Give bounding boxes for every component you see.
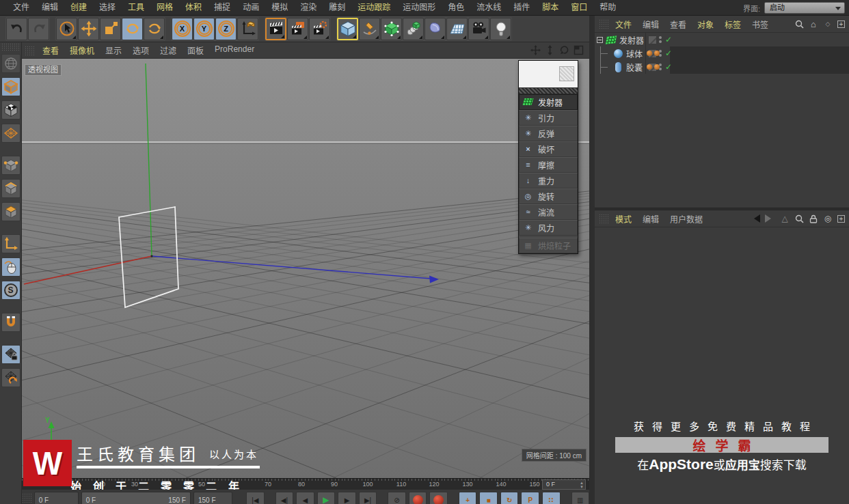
primitive-cube-button[interactable] xyxy=(337,18,358,40)
viewport-menu-item[interactable]: 显示 xyxy=(100,44,127,56)
camera-button[interactable] xyxy=(468,18,489,40)
object-name[interactable]: 发射器 xyxy=(619,34,644,46)
interface-dropdown[interactable]: 启动 xyxy=(764,2,845,14)
lock-icon[interactable] xyxy=(809,214,818,223)
popup-menu-item[interactable]: 烘焙粒子 xyxy=(519,238,578,253)
menu-item[interactable]: 选择 xyxy=(93,0,122,16)
undo-button[interactable] xyxy=(6,18,27,40)
collapse-box-icon[interactable] xyxy=(597,37,603,43)
frame-range-slider[interactable]: 0 F150 F xyxy=(81,492,191,504)
menu-item[interactable]: 创建 xyxy=(64,0,93,16)
view-label-chip[interactable]: 透视视图 xyxy=(25,64,62,76)
tag-icons[interactable] xyxy=(647,51,660,56)
range-end-field[interactable]: 150 F xyxy=(193,492,232,504)
popup-menu-item[interactable]: 湍流 xyxy=(519,204,578,220)
menu-item[interactable]: 插件 xyxy=(507,0,536,16)
object-name[interactable]: 胶囊 xyxy=(626,61,643,73)
points-mode-button[interactable] xyxy=(1,156,21,175)
workplane-mode-button[interactable] xyxy=(1,368,21,387)
key-scale-toggle[interactable]: ■ xyxy=(479,492,498,504)
polygons-mode-button[interactable] xyxy=(1,202,21,221)
search-icon[interactable] xyxy=(794,214,804,223)
rail-drag-handle[interactable] xyxy=(1,43,20,52)
viewport-menu-item[interactable]: 面板 xyxy=(182,44,209,56)
enable-snap-button[interactable]: S xyxy=(1,281,21,300)
menu-item[interactable]: 捕捉 xyxy=(208,0,237,16)
deformer-button[interactable] xyxy=(424,18,446,40)
search-icon[interactable] xyxy=(794,19,804,29)
object-manager-menu-item[interactable]: 查看 xyxy=(664,18,692,30)
layer-toggle[interactable] xyxy=(648,36,657,44)
menu-item[interactable]: 编辑 xyxy=(36,0,64,16)
enable-axis-button[interactable] xyxy=(1,234,21,253)
model-mode-button[interactable] xyxy=(1,77,21,96)
popup-menu-item[interactable]: 引力 xyxy=(519,110,578,126)
texture-mode-button[interactable] xyxy=(1,100,21,120)
popup-menu-item[interactable]: 反弹 xyxy=(519,126,578,141)
edges-mode-button[interactable] xyxy=(1,179,21,198)
viewport-maximize-icon[interactable] xyxy=(573,45,584,56)
viewport-zoom-icon[interactable] xyxy=(544,45,555,56)
autokey-button[interactable] xyxy=(429,492,448,504)
menu-item[interactable]: 动画 xyxy=(237,0,265,16)
magnet-snap-button[interactable] xyxy=(1,313,21,332)
viewport-rotate-icon[interactable] xyxy=(558,45,569,56)
viewport-drag-handle[interactable] xyxy=(25,46,34,55)
history-back-icon[interactable] xyxy=(750,214,760,223)
record-keyframe-button[interactable] xyxy=(409,492,427,504)
render-queue-button[interactable] xyxy=(309,18,330,40)
history-forward-icon[interactable] xyxy=(765,214,775,223)
menu-item[interactable]: 体积 xyxy=(179,0,208,16)
attribute-manager-menu-item[interactable]: 用户数据 xyxy=(664,213,708,225)
coordinate-system-button[interactable] xyxy=(237,18,258,40)
menu-item[interactable]: 文件 xyxy=(7,0,36,16)
key-rotation-toggle[interactable]: ↻ xyxy=(500,492,519,504)
play-button[interactable]: ▶ xyxy=(317,492,336,504)
prev-frame-button[interactable]: ◀ xyxy=(296,492,314,504)
array-generator-button[interactable] xyxy=(403,18,424,40)
viewport-3d-scene[interactable]: 透视视图 Y 网格间距 : 100 cm xyxy=(22,59,589,478)
range-start-field[interactable]: 0 F xyxy=(34,492,79,504)
menu-item[interactable]: 角色 xyxy=(442,0,470,16)
home-icon[interactable] xyxy=(809,19,818,29)
y-axis-lock-button[interactable]: Y xyxy=(193,18,215,40)
object-manager-menu-item[interactable]: 书签 xyxy=(746,18,774,30)
popup-drag-bar[interactable] xyxy=(519,88,578,94)
viewport-menu-item[interactable]: 查看 xyxy=(37,44,64,56)
object-manager-menu-item[interactable]: 对象 xyxy=(692,18,719,30)
menu-item[interactable]: 运动跟踪 xyxy=(351,0,396,16)
enabled-check-icon[interactable]: ✓ xyxy=(664,62,673,72)
x-axis-lock-button[interactable]: X xyxy=(172,18,193,40)
object-manager-menu-item[interactable]: 标签 xyxy=(719,18,746,30)
live-selection-button[interactable] xyxy=(56,18,77,40)
z-axis-lock-button[interactable]: Z xyxy=(215,18,237,40)
lock-workplane-button[interactable] xyxy=(1,345,21,364)
enabled-check-icon[interactable]: ✓ xyxy=(664,48,673,58)
attribute-manager-menu-item[interactable]: 编辑 xyxy=(637,213,664,225)
next-frame-button[interactable]: ▶ xyxy=(338,492,356,504)
enabled-check-icon[interactable]: ✓ xyxy=(664,35,673,44)
keyframe-record-off-button[interactable]: ⊘ xyxy=(388,492,406,504)
spline-pen-button[interactable] xyxy=(359,18,380,40)
current-frame-field[interactable]: 0 F▲▼ xyxy=(542,479,586,490)
goto-end-button[interactable]: ▶| xyxy=(359,492,377,504)
add-panel-icon[interactable] xyxy=(837,215,845,223)
render-view-button[interactable] xyxy=(265,18,286,40)
target-icon[interactable] xyxy=(823,214,833,223)
hierarchy-icon[interactable] xyxy=(780,214,790,223)
object-manager-drag-handle[interactable] xyxy=(599,19,608,29)
attribute-manager-menu-item[interactable]: 模式 xyxy=(610,213,637,225)
make-editable-button[interactable] xyxy=(1,54,21,73)
viewport-solo-button[interactable] xyxy=(1,257,21,277)
tag-icons[interactable] xyxy=(647,64,660,70)
key-position-toggle[interactable]: + xyxy=(459,492,477,504)
scale-tool-button[interactable] xyxy=(100,18,121,40)
menu-item[interactable]: 帮助 xyxy=(593,0,622,16)
attribute-manager-drag-handle[interactable] xyxy=(599,214,608,223)
menu-item[interactable]: 流水线 xyxy=(470,0,507,16)
frame-spinner-arrows[interactable]: ▲▼ xyxy=(580,481,584,489)
add-panel-icon[interactable] xyxy=(837,20,845,28)
floor-environment-button[interactable] xyxy=(446,18,468,40)
object-row[interactable]: 胶囊 ✓ xyxy=(595,60,849,74)
viewport-pan-icon[interactable] xyxy=(530,45,541,56)
